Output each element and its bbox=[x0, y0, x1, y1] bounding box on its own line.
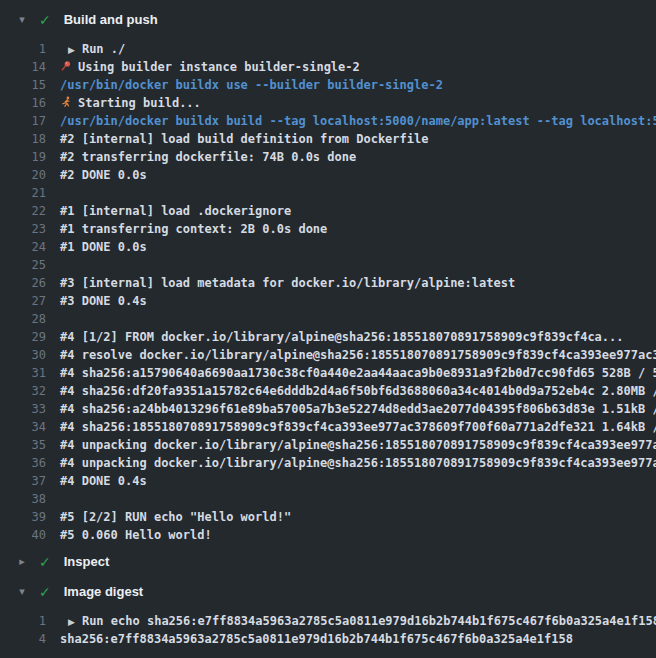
false: #3 DONE 0.4s bbox=[60, 294, 147, 308]
line-number[interactable]: 4 bbox=[0, 630, 46, 648]
expander-icon[interactable]: ▶ bbox=[68, 45, 75, 55]
log-line: 29#4 [1/2] FROM docker.io/library/alpine… bbox=[0, 328, 656, 346]
log-text: #3 DONE 0.4s bbox=[60, 292, 147, 310]
false: Run echo sha256:e7ff8834a5963a2785c5a081… bbox=[82, 614, 656, 628]
line-number[interactable]: 36 bbox=[0, 454, 46, 472]
log-text: ▶Run echo sha256:e7ff8834a5963a2785c5a08… bbox=[60, 612, 656, 630]
line-number[interactable]: 1 bbox=[0, 612, 46, 630]
log-text: #4 sha256:df20fa9351a15782c64e6dddb2d4a6… bbox=[60, 382, 656, 400]
line-number[interactable]: 39 bbox=[0, 508, 46, 526]
false: /usr/bin/docker buildx build --tag local… bbox=[60, 114, 656, 128]
line-number[interactable]: 25 bbox=[0, 256, 46, 274]
log-line: 14Using builder instance builder-single-… bbox=[0, 58, 656, 76]
log-line: 18#2 [internal] load build definition fr… bbox=[0, 130, 656, 148]
false: #4 sha256:a15790640a6690aa1730c38cf0a440… bbox=[60, 366, 656, 380]
line-number[interactable]: 15 bbox=[0, 76, 46, 94]
log-line: 31#4 sha256:a15790640a6690aa1730c38cf0a4… bbox=[0, 364, 656, 382]
line-number[interactable]: 40 bbox=[0, 526, 46, 544]
false: Run ./ bbox=[82, 42, 125, 56]
line-number[interactable]: 21 bbox=[0, 184, 46, 202]
line-number[interactable]: 18 bbox=[0, 130, 46, 148]
false: #5 [2/2] RUN echo "Hello world!" bbox=[60, 510, 291, 524]
log-text: /usr/bin/docker buildx build --tag local… bbox=[60, 112, 656, 130]
false: #1 transferring context: 2B 0.0s done bbox=[60, 222, 327, 236]
false: #4 sha256:185518070891758909c9f839cf4ca3… bbox=[60, 420, 656, 434]
line-number[interactable]: 24 bbox=[0, 238, 46, 256]
log-text: Using builder instance builder-single-2 bbox=[60, 58, 360, 76]
false: #4 sha256:df20fa9351a15782c64e6dddb2d4a6… bbox=[60, 384, 656, 398]
pushpin-icon bbox=[60, 58, 72, 76]
false: #1 [internal] load .dockerignore bbox=[60, 204, 291, 218]
log-text: #4 DONE 0.4s bbox=[60, 472, 147, 490]
chevron-right-icon[interactable]: ▸ bbox=[16, 552, 28, 572]
log-line: 23#1 transferring context: 2B 0.0s done bbox=[0, 220, 656, 238]
line-number[interactable]: 27 bbox=[0, 292, 46, 310]
line-number[interactable]: 16 bbox=[0, 94, 46, 112]
check-icon: ✓ bbox=[39, 552, 51, 572]
false: #3 [internal] load metadata for docker.i… bbox=[60, 276, 515, 290]
log-text: #5 0.060 Hello world! bbox=[60, 526, 212, 544]
false: Using builder instance builder-single-2 bbox=[78, 60, 360, 74]
false: #4 resolve docker.io/library/alpine@sha2… bbox=[60, 348, 656, 362]
section-header-image-digest[interactable]: ▾✓Image digest bbox=[0, 582, 656, 602]
log-line: 19#2 transferring dockerfile: 74B 0.0s d… bbox=[0, 148, 656, 166]
log-text: #4 [1/2] FROM docker.io/library/alpine@s… bbox=[60, 328, 624, 346]
false: /usr/bin/docker buildx use --builder bui… bbox=[60, 78, 443, 92]
line-number[interactable]: 20 bbox=[0, 166, 46, 184]
log-line: 32#4 sha256:df20fa9351a15782c64e6dddb2d4… bbox=[0, 382, 656, 400]
line-number[interactable]: 32 bbox=[0, 382, 46, 400]
check-icon: ✓ bbox=[39, 582, 51, 602]
chevron-down-icon[interactable]: ▾ bbox=[16, 10, 28, 30]
line-number[interactable]: 19 bbox=[0, 148, 46, 166]
line-number[interactable]: 35 bbox=[0, 436, 46, 454]
line-number[interactable]: 37 bbox=[0, 472, 46, 490]
log-text: #4 sha256:a24bb4013296f61e89ba57005a7b3e… bbox=[60, 400, 656, 418]
log-line: 28 bbox=[0, 310, 656, 328]
log-line: 27#3 DONE 0.4s bbox=[0, 292, 656, 310]
line-number[interactable]: 31 bbox=[0, 364, 46, 382]
section-body-image-digest: 1▶Run echo sha256:e7ff8834a5963a2785c5a0… bbox=[0, 612, 656, 648]
false: #4 unpacking docker.io/library/alpine@sh… bbox=[60, 456, 656, 470]
workflow-log: ▾✓Build and push1▶Run ./14Using builder … bbox=[0, 0, 656, 658]
log-text: #4 sha256:185518070891758909c9f839cf4ca3… bbox=[60, 418, 656, 436]
line-number[interactable]: 26 bbox=[0, 274, 46, 292]
line-number[interactable]: 34 bbox=[0, 418, 46, 436]
expander-icon[interactable]: ▶ bbox=[68, 617, 75, 627]
log-text: #3 [internal] load metadata for docker.i… bbox=[60, 274, 515, 292]
line-number[interactable]: 28 bbox=[0, 310, 46, 328]
log-line: 30#4 resolve docker.io/library/alpine@sh… bbox=[0, 346, 656, 364]
section-title: Build and push bbox=[64, 10, 158, 30]
log-line: 36#4 unpacking docker.io/library/alpine@… bbox=[0, 454, 656, 472]
section-image-digest: ▾✓Image digest1▶Run echo sha256:e7ff8834… bbox=[0, 582, 656, 648]
line-number[interactable]: 33 bbox=[0, 400, 46, 418]
line-number[interactable]: 38 bbox=[0, 490, 46, 508]
section-header-build-and-push[interactable]: ▾✓Build and push bbox=[0, 10, 656, 30]
chevron-down-icon[interactable]: ▾ bbox=[16, 582, 28, 602]
false: #2 transferring dockerfile: 74B 0.0s don… bbox=[60, 150, 356, 164]
log-text: #2 transferring dockerfile: 74B 0.0s don… bbox=[60, 148, 356, 166]
line-number[interactable]: 30 bbox=[0, 346, 46, 364]
line-number[interactable]: 22 bbox=[0, 202, 46, 220]
log-line: 4sha256:e7ff8834a5963a2785c5a0811e979d16… bbox=[0, 630, 656, 648]
log-text: #2 [internal] load build definition from… bbox=[60, 130, 428, 148]
false: #5 0.060 Hello world! bbox=[60, 528, 212, 542]
log-text: ▶Run ./ bbox=[60, 40, 125, 58]
line-number[interactable]: 1 bbox=[0, 40, 46, 58]
log-line: 35#4 unpacking docker.io/library/alpine@… bbox=[0, 436, 656, 454]
false: #2 DONE 0.0s bbox=[60, 168, 147, 182]
false: #4 [1/2] FROM docker.io/library/alpine@s… bbox=[60, 330, 624, 344]
log-line: 21 bbox=[0, 184, 656, 202]
line-number[interactable]: 14 bbox=[0, 58, 46, 76]
line-number[interactable]: 29 bbox=[0, 328, 46, 346]
log-text: #4 resolve docker.io/library/alpine@sha2… bbox=[60, 346, 656, 364]
line-number[interactable]: 23 bbox=[0, 220, 46, 238]
log-line: 33#4 sha256:a24bb4013296f61e89ba57005a7b… bbox=[0, 400, 656, 418]
log-line: 1▶Run ./ bbox=[0, 40, 656, 58]
section-build-and-push: ▾✓Build and push1▶Run ./14Using builder … bbox=[0, 10, 656, 544]
false: sha256:e7ff8834a5963a2785c5a0811e979d16b… bbox=[60, 632, 573, 646]
check-icon: ✓ bbox=[39, 10, 51, 30]
line-number[interactable]: 17 bbox=[0, 112, 46, 130]
log-line: 17/usr/bin/docker buildx build --tag loc… bbox=[0, 112, 656, 130]
log-text: #1 DONE 0.0s bbox=[60, 238, 147, 256]
section-header-inspect[interactable]: ▸✓Inspect bbox=[0, 552, 656, 572]
